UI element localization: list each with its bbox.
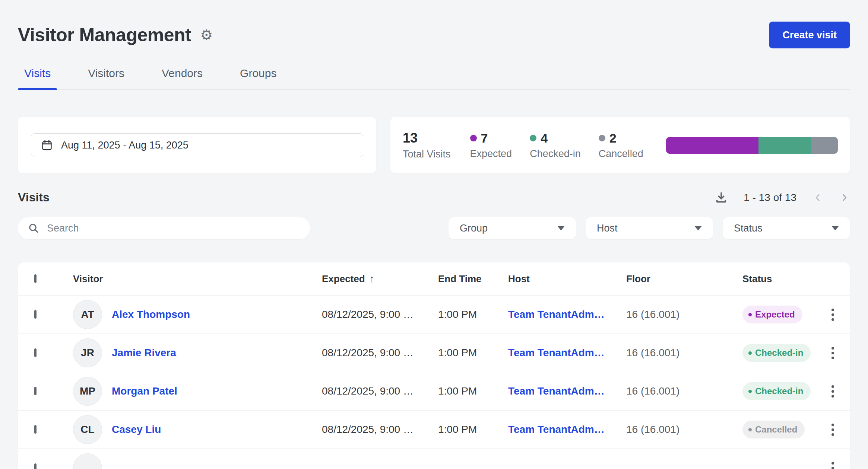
previous-page-icon[interactable]	[812, 192, 823, 203]
date-range-value: Aug 11, 2025 - Aug 15, 2025	[61, 140, 189, 151]
table-body: AT Alex Thompson 08/12/2025, 9:00 … 1:00…	[18, 295, 850, 469]
visits-section-title: Visits	[18, 191, 50, 204]
sort-ascending-icon: ↑	[370, 273, 375, 285]
tab-groups[interactable]: Groups	[234, 67, 283, 89]
stat-expected: 7 Expected	[470, 131, 512, 160]
visitor-name-link[interactable]: Alex Thompson	[112, 309, 190, 320]
host-link[interactable]: Team TenantAdm…	[508, 347, 605, 358]
end-time-cell: 1:00 PM	[438, 385, 508, 397]
status-badge: Expected	[742, 306, 802, 323]
cancelled-dot-icon	[599, 135, 605, 141]
host-link[interactable]: Team TenantAdm…	[508, 424, 605, 435]
settings-gear-icon[interactable]: ⚙	[200, 28, 213, 42]
table-row: CL Casey Liu 08/12/2025, 9:00 … 1:00 PM …	[18, 410, 850, 449]
row-checkbox[interactable]	[34, 463, 37, 469]
search-icon	[28, 222, 39, 234]
checked-in-dot-icon	[530, 135, 536, 141]
status-filter-dropdown[interactable]: Status	[723, 217, 850, 239]
visitor-avatar: CL	[73, 415, 102, 444]
floor-cell: 16 (16.001)	[626, 385, 742, 397]
status-dot-icon	[748, 390, 752, 393]
download-icon	[715, 191, 728, 204]
select-all-checkbox[interactable]	[34, 274, 37, 283]
column-header-floor[interactable]: Floor	[626, 273, 742, 285]
expected-dot-icon	[470, 135, 477, 141]
row-actions-kebab-icon[interactable]	[829, 421, 837, 439]
bar-segment-expected	[666, 137, 758, 154]
create-visit-button[interactable]: Create visit	[769, 22, 850, 48]
summary-cards: Aug 11, 2025 - Aug 15, 2025 13 Total Vis…	[18, 117, 850, 173]
host-link[interactable]: Team TenantAdm…	[508, 385, 605, 397]
visits-table: Visitor Expected↑ End Time Host Floor St…	[18, 262, 850, 469]
download-button[interactable]	[715, 191, 728, 204]
column-header-expected[interactable]: Expected↑	[322, 273, 438, 285]
host-link[interactable]: Team TenantAdm…	[508, 309, 605, 320]
visitor-avatar: JR	[73, 338, 102, 367]
visit-stats-card: 13 Total Visits 7 Expected 4 Checked-in …	[390, 117, 850, 173]
table-row: AT Alex Thompson 08/12/2025, 9:00 … 1:00…	[18, 295, 850, 334]
visits-section-header: Visits 1 - 13 of 13	[18, 191, 850, 204]
visitor-name-link[interactable]: Morgan Patel	[112, 385, 177, 397]
chevron-down-icon	[831, 226, 839, 230]
row-actions-kebab-icon[interactable]	[829, 306, 837, 324]
row-checkbox[interactable]	[34, 425, 37, 434]
page-title: Visitor Management	[18, 24, 191, 46]
visitor-avatar: AT	[73, 300, 102, 329]
expected-time-cell: 08/12/2025, 9:00 …	[322, 309, 438, 320]
bar-segment-checked-in	[758, 137, 811, 154]
visitor-avatar	[73, 453, 102, 469]
floor-cell: 16 (16.001)	[626, 347, 742, 359]
visitor-name-link[interactable]: Jamie Rivera	[112, 347, 176, 359]
host-filter-dropdown[interactable]: Host	[586, 217, 713, 239]
column-header-visitor[interactable]: Visitor	[73, 273, 322, 285]
tab-bar: Visits Visitors Vendors Groups	[18, 67, 850, 90]
row-checkbox[interactable]	[34, 348, 37, 357]
row-actions-kebab-icon[interactable]	[829, 459, 837, 469]
status-badge: Cancelled	[742, 421, 805, 438]
stat-total-visits: 13 Total Visits	[403, 130, 451, 160]
row-checkbox[interactable]	[34, 310, 37, 319]
bar-segment-cancelled	[811, 137, 838, 154]
tab-vendors[interactable]: Vendors	[155, 67, 209, 89]
tab-visitors[interactable]: Visitors	[82, 67, 131, 89]
status-dot-icon	[748, 313, 752, 316]
row-actions-kebab-icon[interactable]	[829, 382, 837, 401]
date-range-card: Aug 11, 2025 - Aug 15, 2025	[18, 117, 376, 173]
status-distribution-bar	[666, 137, 838, 154]
status-dot-icon	[748, 351, 752, 355]
page-header: Visitor Management ⚙ Create visit	[18, 0, 850, 48]
end-time-cell: 1:00 PM	[438, 347, 508, 359]
row-checkbox[interactable]	[34, 387, 37, 395]
next-page-icon[interactable]	[839, 192, 850, 203]
group-filter-dropdown[interactable]: Group	[449, 217, 576, 239]
tab-visits[interactable]: Visits	[18, 67, 57, 89]
pagination-label: 1 - 13 of 13	[744, 192, 796, 204]
total-visits-count: 13	[403, 130, 451, 146]
status-dot-icon	[748, 428, 752, 431]
column-header-status[interactable]: Status	[742, 273, 815, 285]
filter-group: Group Host Status	[449, 217, 850, 239]
date-range-input[interactable]: Aug 11, 2025 - Aug 15, 2025	[31, 133, 363, 157]
end-time-cell: 1:00 PM	[438, 309, 508, 320]
column-header-host[interactable]: Host	[508, 273, 626, 285]
column-header-end-time[interactable]: End Time	[438, 273, 508, 285]
chevron-down-icon	[694, 226, 702, 230]
end-time-cell: 1:00 PM	[438, 424, 508, 436]
floor-cell: 16 (16.001)	[626, 309, 742, 320]
table-row: JR Jamie Rivera 08/12/2025, 9:00 … 1:00 …	[18, 334, 850, 372]
search-box	[18, 217, 310, 239]
stat-cancelled: 2 Cancelled	[599, 131, 643, 160]
table-row	[18, 449, 850, 469]
floor-cell: 16 (16.001)	[626, 424, 742, 436]
visitor-name-link[interactable]: Casey Liu	[112, 424, 161, 436]
chevron-down-icon	[557, 226, 565, 230]
visitor-management-page: Visitor Management ⚙ Create visit Visits…	[0, 0, 868, 469]
row-actions-kebab-icon[interactable]	[829, 344, 837, 362]
table-toolbar: Group Host Status	[18, 217, 850, 239]
stat-checked-in: 4 Checked-in	[530, 131, 581, 160]
expected-time-cell: 08/12/2025, 9:00 …	[322, 424, 438, 436]
stat-breakdown: 7 Expected 4 Checked-in 2 Cancelled	[470, 131, 643, 160]
status-badge: Checked-in	[742, 382, 811, 400]
search-input[interactable]	[47, 223, 305, 234]
expected-time-cell: 08/12/2025, 9:00 …	[322, 385, 438, 397]
